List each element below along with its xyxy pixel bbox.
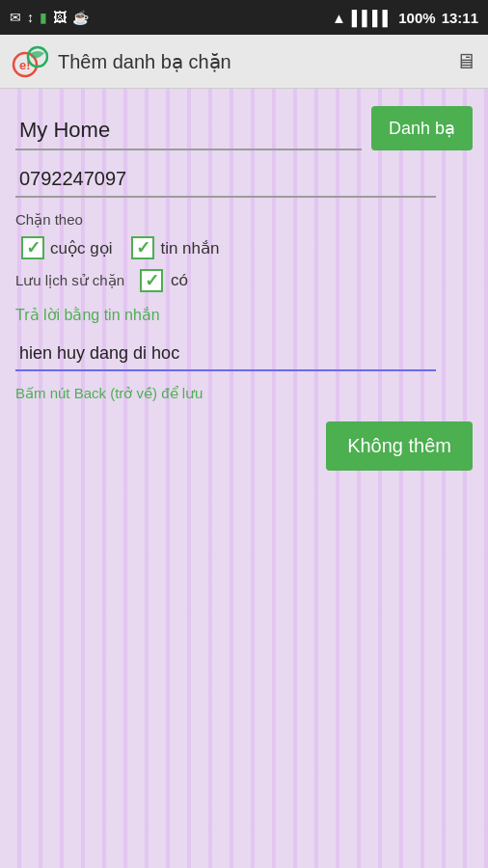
battery-charging-icon: ▮ bbox=[40, 10, 47, 25]
phone-input-row bbox=[15, 162, 473, 198]
tin-nhan-label: tin nhắn bbox=[160, 238, 219, 258]
battery-percent: 100% bbox=[398, 10, 435, 26]
clock: 13:11 bbox=[442, 10, 478, 26]
luu-lich-row: Lưu lịch sử chặn có bbox=[15, 269, 473, 292]
phone-input[interactable] bbox=[15, 162, 436, 198]
bottom-row: Không thêm bbox=[15, 421, 473, 471]
back-hint: Bấm nút Back (trở về) để lưu bbox=[15, 385, 473, 402]
message-input[interactable] bbox=[15, 338, 436, 371]
tra-loi-link[interactable]: Trả lời bằng tin nhắn bbox=[15, 306, 473, 324]
usb-icon: ↕ bbox=[27, 10, 34, 25]
status-bar: ✉ ↕ ▮ 🖼 ☕ ▲ ▌▌▌▌ 100% 13:11 bbox=[0, 0, 488, 35]
title-bar: e! Thêm danh bạ chặn 🖥 bbox=[0, 35, 488, 89]
status-icons-left: ✉ ↕ ▮ 🖼 ☕ bbox=[10, 10, 89, 25]
wifi-icon: ▲ bbox=[332, 10, 346, 26]
name-input-row: Danh bạ bbox=[15, 106, 473, 150]
tin-nhan-checkbox[interactable] bbox=[131, 236, 154, 259]
monitor-icon: 🖥 bbox=[455, 49, 476, 74]
coffee-icon: ☕ bbox=[72, 10, 89, 25]
signal-icon: ▌▌▌▌ bbox=[352, 10, 393, 26]
chan-theo-label: Chặn theo bbox=[15, 211, 473, 229]
name-input[interactable] bbox=[15, 112, 362, 150]
tin-nhan-item[interactable]: tin nhắn bbox=[131, 236, 219, 259]
cuoc-goi-checkbox[interactable] bbox=[21, 236, 44, 259]
khong-them-button[interactable]: Không thêm bbox=[326, 421, 473, 471]
co-checkbox[interactable] bbox=[140, 269, 163, 292]
co-row[interactable]: có bbox=[140, 269, 188, 292]
image-icon: 🖼 bbox=[53, 10, 67, 25]
checkboxes-row: cuộc gọi tin nhắn bbox=[15, 236, 473, 259]
email-icon: ✉ bbox=[10, 10, 21, 25]
app-logo: e! bbox=[12, 43, 48, 80]
status-icons-right: ▲ ▌▌▌▌ 100% 13:11 bbox=[332, 10, 478, 26]
luu-lich-label: Lưu lịch sử chặn bbox=[15, 272, 124, 289]
danh-ba-button[interactable]: Danh bạ bbox=[371, 106, 473, 150]
co-label: có bbox=[171, 271, 188, 290]
cuoc-goi-item[interactable]: cuộc gọi bbox=[21, 236, 112, 259]
cuoc-goi-label: cuộc gọi bbox=[50, 238, 112, 258]
page-title: Thêm danh bạ chặn bbox=[58, 50, 455, 73]
content-area: Danh bạ Chặn theo cuộc gọi tin nhắn Lưu … bbox=[0, 89, 488, 868]
